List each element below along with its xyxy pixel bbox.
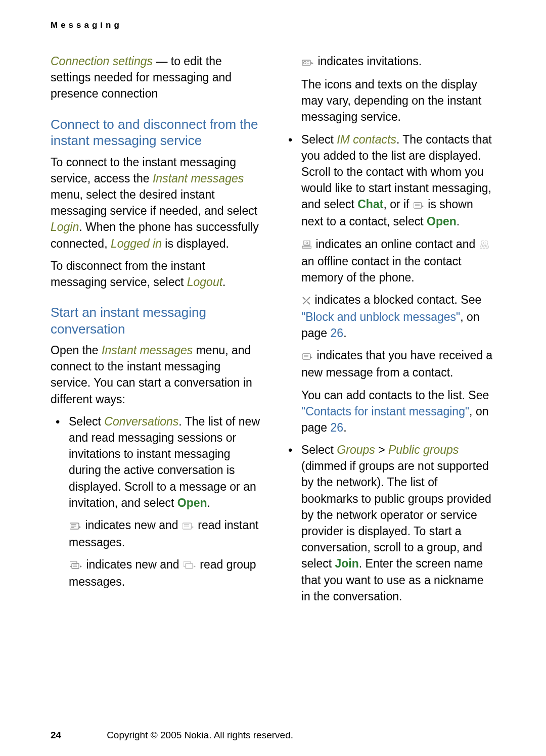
link-contacts-im[interactable]: "Contacts for instant messaging" [301, 405, 469, 418]
svg-point-14 [304, 61, 306, 64]
text: . The list of new and read messaging ses… [69, 415, 260, 509]
icon-desc-online-offline: indicates an online contact and an offli… [283, 236, 495, 286]
menu-conversations: Conversations [104, 415, 178, 428]
bullet-im-contacts: Select IM contacts. The contacts that yo… [283, 131, 495, 230]
icon-desc-im: indicates new and read instant messages. [51, 517, 263, 550]
text: indicates a blocked contact. See [311, 293, 481, 306]
svg-rect-12 [186, 563, 193, 569]
offline-contact-icon [480, 237, 489, 253]
text: , or if [383, 198, 413, 211]
bullet-list: Select IM contacts. The contacts that yo… [283, 131, 495, 230]
svg-rect-20 [304, 241, 310, 245]
text: You can add contacts to the list. See [301, 389, 489, 402]
text: Open the [51, 344, 102, 357]
text: Select [69, 415, 104, 428]
message-icon [414, 197, 424, 213]
text: indicates invitations. [314, 55, 422, 68]
connection-settings-para: Connection settings — to edit the settin… [51, 53, 263, 102]
svg-point-24 [483, 242, 485, 244]
action-logout: Logout [187, 275, 222, 289]
text: Select [301, 443, 337, 456]
text: . [222, 275, 225, 289]
text: . [207, 496, 210, 509]
right-column: indicates invitations. The icons and tex… [283, 53, 495, 610]
text: indicates new and [83, 558, 183, 571]
text: . [343, 421, 346, 434]
action-login: Login [51, 220, 79, 233]
invitation-icon [302, 54, 313, 70]
online-contact-icon [302, 237, 311, 253]
text: indicates that you have received a new m… [301, 349, 492, 379]
read-group-icon [184, 557, 196, 574]
bullet-list: Select Groups > Public groups (dimmed if… [283, 442, 495, 604]
read-im-icon [183, 518, 194, 534]
bullet-groups: Select Groups > Public groups (dimmed if… [283, 442, 495, 604]
heading-connect-disconnect: Connect to and disconnect from the insta… [51, 116, 263, 149]
section-header: Messaging [51, 20, 495, 30]
menu-instant-messages: Instant messages [153, 172, 244, 185]
connection-settings-label: Connection settings [51, 55, 153, 68]
menu-im-contacts: IM contacts [337, 133, 396, 146]
text: Select [301, 133, 337, 146]
bullet-list: Select Conversations. The list of new an… [51, 413, 263, 511]
bullet-conversations: Select Conversations. The list of new an… [51, 413, 263, 511]
text: indicates an online contact and [312, 238, 479, 251]
copyright-text: Copyright © 2005 Nokia. All rights reser… [107, 730, 293, 741]
menu-groups: Groups [337, 443, 375, 456]
text: > [375, 443, 388, 456]
action-open: Open [427, 215, 457, 228]
connect-para: To connect to the instant messaging serv… [51, 154, 263, 252]
disconnect-para: To disconnect from the instant messaging… [51, 258, 263, 290]
page-footer: 24 Copyright © 2005 Nokia. All rights re… [51, 730, 495, 741]
new-group-icon [70, 557, 82, 574]
svg-rect-8 [72, 563, 79, 569]
icon-desc-group: indicates new and read group messages. [51, 556, 263, 590]
blocked-contact-icon [302, 293, 310, 309]
link-block-unblock[interactable]: "Block and unblock messages" [301, 310, 460, 323]
text: menu, select the desired instant messagi… [51, 188, 257, 217]
link-page-26[interactable]: 26 [331, 421, 344, 434]
svg-rect-22 [302, 246, 311, 248]
menu-instant-messages: Instant messages [102, 344, 193, 357]
text: . [343, 326, 346, 340]
icon-desc-invitation: indicates invitations. [283, 53, 495, 70]
new-im-icon [70, 518, 81, 534]
text: (dimmed if groups are not supported by t… [301, 459, 491, 570]
text: an offline contact in the contact memory… [301, 255, 462, 284]
menu-public-groups: Public groups [388, 443, 459, 456]
link-page-26[interactable]: 26 [331, 326, 344, 340]
svg-line-27 [303, 297, 305, 300]
text: To disconnect from the instant messaging… [51, 259, 205, 289]
svg-point-21 [306, 242, 308, 244]
action-open: Open [177, 496, 207, 509]
text: indicates new and [82, 518, 181, 532]
icon-desc-blocked: indicates a blocked contact. See "Block … [283, 292, 495, 341]
action-chat: Chat [357, 198, 383, 211]
icons-vary-note: The icons and texts on the display may v… [283, 76, 495, 125]
page-number: 24 [51, 730, 61, 741]
content-columns: Connection settings — to edit the settin… [51, 53, 495, 610]
add-contacts-note: You can add contacts to the list. See "C… [283, 387, 495, 436]
text: is displayed. [162, 237, 229, 250]
svg-rect-25 [480, 246, 489, 248]
left-column: Connection settings — to edit the settin… [51, 53, 263, 610]
start-para: Open the Instant messages menu, and conn… [51, 342, 263, 407]
svg-rect-23 [481, 241, 487, 245]
heading-start-conversation: Start an instant messaging conversation [51, 304, 263, 337]
action-join: Join [335, 557, 358, 570]
icon-desc-new-msg: indicates that you have received a new m… [283, 347, 495, 381]
new-message-icon [302, 348, 312, 364]
svg-line-28 [307, 302, 310, 304]
status-logged-in: Logged in [111, 237, 162, 250]
text: . [457, 215, 460, 228]
